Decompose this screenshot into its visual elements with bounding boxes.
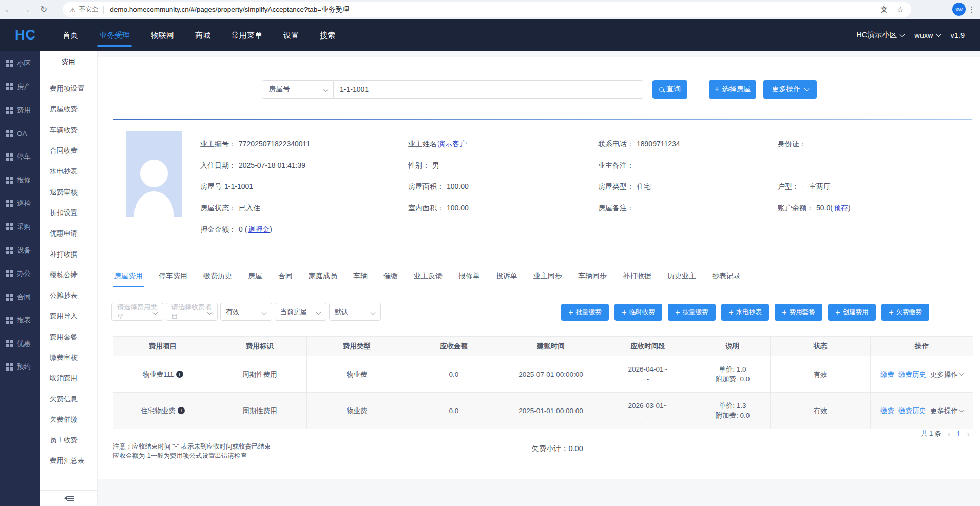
submenu-item-cancel-fee[interactable]: 取消费用 (40, 368, 97, 388)
pay-link[interactable]: 缴费 (880, 406, 894, 416)
back-icon[interactable]: ← (0, 5, 17, 15)
submenu-item-vehicle-charge[interactable]: 车辆收费 (40, 120, 97, 141)
sidebar-item-parking[interactable]: 停车 (0, 145, 40, 169)
metered-pay-button[interactable]: 按量缴费 (668, 304, 716, 321)
submenu-item-reprint-receipt[interactable]: 补打收据 (40, 244, 97, 264)
prepay-link[interactable]: 预存 (834, 204, 848, 212)
nav-item-settings[interactable]: 设置 (282, 19, 300, 51)
more-actions-button[interactable]: 更多操作 (763, 80, 817, 99)
nav-item-iot[interactable]: 物联网 (150, 19, 175, 51)
prev-page-icon[interactable] (948, 430, 951, 438)
submenu-item-arrears-urge[interactable]: 欠费催缴 (40, 410, 97, 430)
tab-repair-order[interactable]: 报修单 (457, 269, 481, 287)
submenu-item-discount-apply[interactable]: 优惠申请 (40, 223, 97, 244)
url-text[interactable]: demo.homecommunity.cn/#/pages/property/s… (110, 5, 349, 14)
arrears-pay-button[interactable]: 欠费缴费 (881, 304, 929, 321)
address-bar[interactable]: 不安全 demo.homecommunity.cn/#/pages/proper… (63, 2, 911, 17)
reload-icon[interactable]: ↻ (35, 4, 52, 15)
submenu-item-fee-import[interactable]: 费用导入 (40, 306, 97, 326)
sidebar-item-inspection[interactable]: 巡检 (0, 192, 40, 216)
search-type-select[interactable]: 房屋号 (262, 80, 334, 99)
house-scope-select[interactable]: 当前房屋 (275, 303, 326, 321)
forward-icon[interactable]: → (17, 5, 35, 15)
sidebar-item-contract[interactable]: 合同 (0, 285, 40, 309)
charge-item-select[interactable]: 请选择收费项目 (166, 303, 218, 321)
tab-complaint-order[interactable]: 投诉单 (495, 269, 518, 287)
pay-history-link[interactable]: 缴费历史 (898, 406, 926, 416)
tab-parking-fee[interactable]: 停车费用 (158, 269, 188, 287)
tab-vehicle[interactable]: 车辆 (352, 269, 369, 287)
batch-pay-button[interactable]: 批量缴费 (561, 304, 609, 321)
tab-house-fee[interactable]: 房屋费用 (113, 269, 144, 287)
community-switcher[interactable]: HC演示小区 (856, 30, 904, 40)
submenu-item-fee-settings[interactable]: 费用项设置 (40, 79, 97, 99)
sort-select[interactable]: 默认 (329, 303, 381, 321)
create-fee-button[interactable]: 创建费用 (828, 304, 876, 321)
tab-pay-history[interactable]: 缴费历史 (202, 269, 233, 287)
tab-meter-record[interactable]: 抄表记录 (711, 269, 742, 287)
app-logo[interactable]: HC (15, 27, 36, 43)
translate-icon[interactable] (881, 5, 888, 14)
submenu-item-pay-review[interactable]: 缴费审核 (40, 347, 97, 368)
insecure-warning-icon[interactable] (70, 5, 76, 14)
owner-name-link[interactable]: 演示客户 (438, 140, 467, 148)
nav-item-common-menu[interactable]: 常用菜单 (230, 19, 263, 51)
submenu-item-discount-settings[interactable]: 折扣设置 (40, 203, 97, 223)
house-number-input[interactable] (334, 80, 643, 99)
submenu-item-contract-charge[interactable]: 合同收费 (40, 141, 97, 161)
info-icon[interactable] (178, 407, 185, 414)
nav-item-business[interactable]: 业务受理 (98, 19, 131, 51)
sidebar-item-reservation[interactable]: 预约 (0, 356, 40, 379)
tab-contract[interactable]: 合同 (277, 269, 294, 287)
pay-link[interactable]: 缴费 (880, 369, 894, 379)
refund-deposit-link[interactable]: 退押金 (248, 225, 270, 233)
sidebar-item-property[interactable]: 房产 (0, 75, 40, 99)
sidebar-item-repair[interactable]: 报修 (0, 169, 40, 192)
browser-profile-avatar[interactable]: xw (952, 3, 966, 16)
sidebar-item-discount[interactable]: 优惠 (0, 332, 40, 356)
sidebar-item-purchase[interactable]: 采购 (0, 216, 40, 239)
more-ops-button[interactable]: 更多操作 (930, 406, 963, 416)
sidebar-item-oa[interactable]: OA (0, 122, 40, 146)
info-icon[interactable] (176, 371, 183, 378)
meter-reading-button[interactable]: 水电抄表 (721, 304, 769, 321)
temp-charge-button[interactable]: 临时收费 (614, 304, 662, 321)
security-label[interactable]: 不安全 (79, 5, 99, 14)
page-number[interactable]: 1 (957, 430, 961, 438)
submenu-item-fee-summary[interactable]: 费用汇总表 (40, 451, 97, 471)
tab-reprint-receipt[interactable]: 补打收据 (622, 269, 652, 287)
nav-item-home[interactable]: 首页 (62, 19, 79, 51)
submenu-item-fee-package[interactable]: 费用套餐 (40, 327, 97, 347)
submenu-item-meter-reading[interactable]: 水电抄表 (40, 161, 97, 182)
bookmark-star-icon[interactable] (897, 5, 904, 14)
user-menu[interactable]: wuxw (914, 31, 940, 40)
submenu-item-staff-charge[interactable]: 员工收费 (40, 430, 97, 451)
tab-house[interactable]: 房屋 (247, 269, 263, 287)
submenu-item-share-meter[interactable]: 公摊抄表 (40, 285, 97, 306)
fee-package-button[interactable]: 费用套餐 (775, 304, 822, 321)
sidebar-item-office[interactable]: 办公 (0, 262, 40, 286)
fee-type-select[interactable]: 请选择费用类型 (111, 303, 163, 321)
sidebar-item-fee[interactable]: 费用 (0, 99, 40, 122)
sidebar-item-device[interactable]: 设备 (0, 239, 40, 262)
next-page-icon[interactable] (967, 430, 970, 438)
nav-item-mall[interactable]: 商城 (194, 19, 212, 51)
submenu-item-arrears-info[interactable]: 欠费信息 (40, 388, 97, 409)
nav-item-search[interactable]: 搜索 (319, 19, 336, 51)
submenu-item-refund-review[interactable]: 退费审核 (40, 182, 97, 202)
select-house-button[interactable]: 选择房屋 (709, 80, 756, 99)
tab-vehicle-sync[interactable]: 车辆同步 (577, 269, 608, 287)
validity-select[interactable]: 有效 (220, 303, 272, 321)
tab-urge[interactable]: 催缴 (382, 269, 399, 287)
sidebar-collapse-button[interactable] (40, 490, 97, 506)
tab-family[interactable]: 家庭成员 (308, 269, 338, 287)
tab-owner-feedback[interactable]: 业主反馈 (413, 269, 444, 287)
submenu-item-house-charge[interactable]: 房屋收费 (40, 99, 97, 120)
browser-menu-icon[interactable] (968, 5, 976, 14)
submenu-item-building-share[interactable]: 楼栋公摊 (40, 265, 97, 285)
sidebar-item-report[interactable]: 报表 (0, 309, 40, 333)
sidebar-item-community[interactable]: 小区 (0, 52, 40, 75)
tab-history-owner[interactable]: 历史业主 (666, 269, 697, 287)
more-ops-button[interactable]: 更多操作 (930, 369, 963, 379)
pay-history-link[interactable]: 缴费历史 (898, 369, 926, 379)
